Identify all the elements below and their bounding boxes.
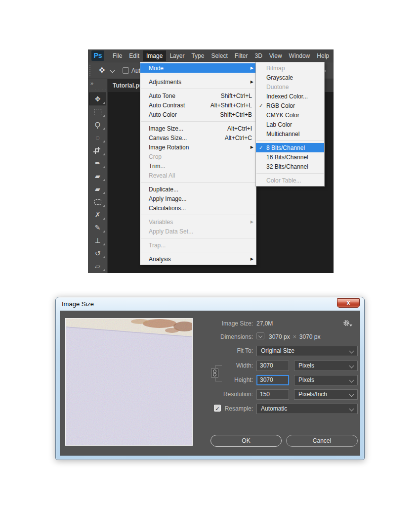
menu-item-reveal-all: Reveal All (140, 171, 256, 180)
dimensions-unit-button[interactable] (256, 332, 264, 339)
menu-item-adjustments[interactable]: Adjustments▶ (140, 77, 256, 87)
width-label: Width: (174, 362, 253, 369)
tool-eyedropper-button[interactable]: ✒ (89, 157, 106, 169)
tool-healing-brush-button[interactable]: ▰ (89, 183, 106, 195)
menu-separator (141, 89, 255, 89)
menu-separator (141, 121, 255, 122)
menu-file[interactable]: File (109, 50, 126, 61)
shortcut-label: Alt+Ctrl+I (227, 125, 252, 132)
image-menu-dropdown: Mode▶ Adjustments▶ Auto ToneShift+Ctrl+L… (140, 62, 256, 265)
tool-clone-stamp-button[interactable]: ⊥ (89, 234, 106, 246)
crop-icon (95, 148, 100, 154)
submenu-item-color-table: Color Table... (256, 176, 324, 185)
menu-filter[interactable]: Filter (231, 50, 252, 61)
shortcut-label: Shift+Ctrl+L (221, 93, 252, 99)
gear-icon[interactable] (343, 320, 352, 326)
auto-select-checkbox[interactable] (123, 67, 129, 74)
submenu-arrow-icon: ▶ (251, 80, 253, 84)
tool-spot-healing-button[interactable]: ▰ (89, 170, 106, 182)
menu-item-apply-data-set: Apply Data Set... (140, 227, 256, 236)
tool-patch-button[interactable] (89, 196, 106, 208)
submenu-item-16-bits[interactable]: 16 Bits/Channel (256, 152, 324, 162)
menu-item-calculations[interactable]: Calculations... (140, 203, 256, 213)
submenu-item-32-bits[interactable]: 32 Bits/Channel (256, 162, 324, 171)
menu-item-auto-color[interactable]: Auto ColorShift+Ctrl+B (140, 110, 256, 119)
tool-eraser-button[interactable]: ▱ (89, 260, 106, 272)
tool-lasso-button[interactable]: Ϙ (89, 119, 106, 131)
menu-item-image-size[interactable]: Image Size...Alt+Ctrl+I (140, 124, 256, 133)
resample-dropdown[interactable]: Automatic (256, 404, 358, 414)
tool-content-aware-move-button[interactable]: ✗ (89, 209, 106, 221)
cancel-button[interactable]: Cancel (286, 435, 358, 447)
menu-type[interactable]: Type (188, 50, 208, 61)
submenu-item-rgb-color[interactable]: ✓RGB Color (256, 101, 324, 110)
submenu-item-8-bits[interactable]: ✓8 Bits/Channel (256, 143, 324, 152)
menu-item-auto-contrast[interactable]: Auto ContrastAlt+Shift+Ctrl+L (140, 100, 256, 110)
resolution-unit-dropdown[interactable]: Pixels/Inch (294, 389, 358, 400)
tool-rectangular-marquee-button[interactable] (89, 106, 106, 118)
resolution-input[interactable]: 150 (256, 389, 289, 400)
fabric-texture-image (66, 319, 192, 445)
caret-down-icon (349, 325, 352, 326)
submenu-item-multichannel[interactable]: Multichannel (256, 129, 324, 139)
tool-brush-button[interactable]: ✎ (89, 222, 106, 233)
chevron-down-icon (258, 334, 262, 338)
submenu-item-lab-color[interactable]: Lab Color (256, 120, 324, 129)
tool-history-brush-button[interactable]: ↺ (89, 247, 106, 259)
fit-to-dropdown[interactable]: Original Size (256, 346, 358, 356)
menu-item-variables: Variables▶ (140, 217, 256, 227)
chevron-down-icon (349, 392, 354, 397)
menu-item-canvas-size[interactable]: Canvas Size...Alt+Ctrl+C (140, 133, 256, 142)
menu-item-trim[interactable]: Trim... (140, 161, 256, 171)
submenu-item-indexed-color[interactable]: Indexed Color... (256, 92, 324, 101)
menu-select[interactable]: Select (208, 50, 231, 61)
tool-quick-selection-button[interactable]: ◌ (89, 132, 106, 143)
height-input[interactable]: 3070 (256, 375, 289, 385)
menu-separator (141, 182, 255, 183)
ok-button[interactable]: OK (210, 435, 282, 447)
menu-help[interactable]: Help (313, 50, 333, 61)
resolution-label: Resolution: (174, 391, 253, 398)
height-unit-dropdown[interactable]: Pixels (294, 375, 358, 385)
chevron-down-icon (349, 407, 354, 412)
mode-submenu: Bitmap Grayscale Duotone Indexed Color..… (255, 62, 325, 186)
tools-panel-grip[interactable]: · · · · · (91, 87, 107, 92)
menu-view[interactable]: View (266, 50, 286, 61)
menu-item-analysis[interactable]: Analysis▶ (140, 254, 256, 264)
shortcut-label: Shift+Ctrl+B (220, 111, 252, 118)
healing-brush-icon: ▰ (95, 185, 100, 192)
menu-item-auto-tone[interactable]: Auto ToneShift+Ctrl+L (140, 91, 256, 100)
menu-edit[interactable]: Edit (126, 50, 143, 61)
lasso-icon: Ϙ (95, 121, 100, 128)
menu-item-duplicate[interactable]: Duplicate... (140, 185, 256, 194)
menu-3d[interactable]: 3D (251, 50, 265, 61)
width-input[interactable]: 3070 (256, 361, 289, 371)
options-bar-grip[interactable] (89, 65, 90, 76)
chevron-down-icon (349, 349, 354, 354)
content-aware-move-icon: ✗ (95, 211, 101, 218)
menu-item-apply-image[interactable]: Apply Image... (140, 194, 256, 203)
shortcut-label: Alt+Ctrl+C (225, 135, 252, 141)
submenu-item-bitmap: Bitmap (256, 63, 324, 73)
menu-window[interactable]: Window (286, 50, 314, 61)
menu-layer[interactable]: Layer (166, 50, 188, 61)
close-button[interactable]: x (337, 298, 360, 308)
menu-item-mode[interactable]: Mode▶ (140, 63, 256, 73)
menu-separator (256, 140, 324, 141)
menu-image[interactable]: Image (143, 50, 166, 61)
submenu-item-duotone: Duotone (256, 82, 324, 92)
submenu-arrow-icon: ▶ (251, 145, 253, 149)
eraser-icon: ▱ (95, 263, 100, 270)
menu-separator (256, 173, 324, 174)
width-unit-dropdown[interactable]: Pixels (294, 361, 358, 371)
tool-crop-button[interactable] (89, 144, 106, 156)
menu-item-trap: Trap... (140, 240, 256, 250)
dialog-content: Image Size: 27,0M Dimensions: 3070 px×30… (60, 311, 360, 456)
collapse-panel-icon[interactable]: » (90, 80, 93, 86)
page: Ps File Edit Image Layer Type Select Fil… (0, 0, 420, 510)
submenu-item-cmyk-color[interactable]: CMYK Color (256, 110, 324, 120)
submenu-item-grayscale[interactable]: Grayscale (256, 73, 324, 82)
menu-item-image-rotation[interactable]: Image Rotation▶ (140, 142, 256, 152)
tool-move-button[interactable]: ✥ (89, 93, 106, 105)
chevron-down-icon[interactable] (110, 68, 115, 73)
